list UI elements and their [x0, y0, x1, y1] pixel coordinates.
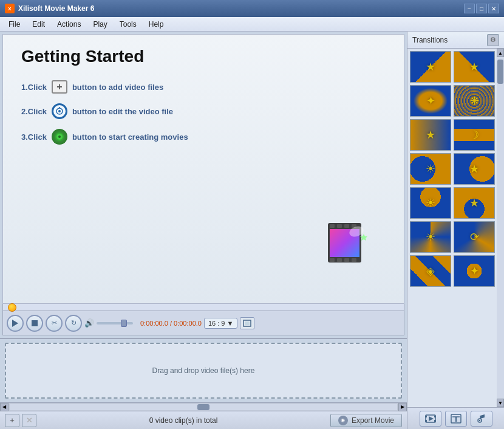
- menu-help[interactable]: Help: [143, 18, 170, 30]
- svg-rect-11: [330, 258, 335, 262]
- menu-play[interactable]: Play: [87, 18, 113, 30]
- svg-rect-21: [245, 321, 250, 325]
- transition-thumb[interactable]: ☀: [410, 221, 451, 253]
- aspect-ratio-value: 16 : 9: [208, 320, 225, 327]
- transition-row: ★ ★: [410, 51, 502, 83]
- transition-row: ☀ ⟳: [410, 221, 502, 253]
- svg-rect-25: [425, 420, 427, 422]
- timeline-drop-zone[interactable]: Drag and drop video file(s) here: [5, 343, 402, 399]
- star-decoration: ★: [469, 60, 479, 74]
- svg-rect-26: [434, 416, 436, 417]
- transition-film-button[interactable]: [420, 411, 441, 427]
- transition-text-button[interactable]: [445, 411, 467, 427]
- transition-row: ★ ☽: [410, 119, 502, 151]
- star-decoration: ⟳: [470, 230, 479, 244]
- step3-num: 3.Click: [21, 132, 47, 142]
- star-decoration: ✦: [426, 94, 435, 108]
- progress-knob[interactable]: [8, 303, 16, 312]
- close-button[interactable]: ✕: [488, 4, 499, 13]
- menu-tools[interactable]: Tools: [114, 18, 143, 30]
- star-decoration: ★: [469, 196, 479, 210]
- svg-rect-12: [337, 258, 342, 262]
- titlebar-left: X Xilisoft Movie Maker 6: [5, 4, 94, 13]
- export-label: Export Movie: [352, 416, 394, 425]
- transition-thumb[interactable]: ❋: [454, 85, 495, 117]
- transition-thumb[interactable]: ★: [410, 51, 451, 83]
- star-decoration: ★: [469, 162, 479, 176]
- chevron-down-icon: ▼: [226, 320, 233, 327]
- drop-text: Drag and drop video file(s) here: [152, 366, 255, 375]
- transition-thumb[interactable]: ✦: [454, 255, 495, 287]
- step3-text: button to start creating movies: [72, 132, 188, 142]
- transition-thumb[interactable]: ☽: [454, 119, 495, 151]
- step-1: 1.Click + button to add video files: [3, 75, 404, 98]
- transition-thumb[interactable]: ★: [454, 153, 495, 185]
- svg-point-1: [58, 110, 61, 112]
- star-decoration: ❋: [470, 94, 479, 108]
- svg-rect-13: [344, 258, 349, 262]
- transition-music-button[interactable]: [471, 411, 492, 427]
- svg-rect-7: [330, 224, 335, 228]
- add-clip-button[interactable]: +: [5, 414, 19, 427]
- transitions-header: Transitions ⚙: [407, 32, 504, 49]
- star-decoration: ☀: [426, 230, 435, 244]
- transition-thumb[interactable]: ✦: [410, 85, 451, 117]
- bottom-left-controls: + ✕: [5, 414, 36, 427]
- scroll-thumb[interactable]: [197, 404, 209, 410]
- volume-knob[interactable]: [121, 320, 127, 327]
- volume-area: 🔊: [84, 318, 133, 328]
- transition-thumb[interactable]: ★: [410, 119, 451, 151]
- progress-bar[interactable]: [2, 304, 404, 311]
- star-decoration: ◈: [426, 264, 435, 278]
- scroll-up-button[interactable]: ▲: [497, 49, 504, 57]
- timeline-area: Drag and drop video file(s) here ◀ ▶: [0, 338, 407, 411]
- play-button[interactable]: [7, 315, 24, 332]
- svg-point-5: [58, 136, 61, 138]
- cut-button[interactable]: ✂: [46, 315, 63, 332]
- transition-thumb[interactable]: ◈: [410, 255, 451, 287]
- scroll-left-button[interactable]: ◀: [0, 403, 9, 411]
- film-reel-decoration: [325, 218, 367, 267]
- star-decoration: ☀: [426, 196, 435, 210]
- transition-thumb[interactable]: ☀: [410, 187, 451, 219]
- menu-actions[interactable]: Actions: [51, 18, 87, 30]
- edit-icon[interactable]: [52, 103, 67, 119]
- titlebar-controls: − □ ✕: [464, 4, 499, 13]
- step-2: 2.Click button to edit the video file: [3, 98, 404, 124]
- scroll-down-button[interactable]: ▼: [497, 399, 504, 407]
- time-display: 0:00:00.0 / 0:00:00.0: [140, 320, 202, 327]
- aspect-ratio-selector[interactable]: 16 : 9 ▼: [204, 318, 237, 329]
- transitions-settings-button[interactable]: ⚙: [487, 34, 499, 46]
- add-icon[interactable]: +: [52, 80, 67, 94]
- v-scroll-track[interactable]: [497, 57, 504, 399]
- app-icon: X: [5, 4, 15, 13]
- delete-clip-button[interactable]: ✕: [22, 414, 36, 427]
- svg-rect-14: [352, 258, 356, 262]
- export-button[interactable]: ◉ Export Movie: [330, 414, 402, 427]
- svg-marker-23: [429, 416, 434, 421]
- maximize-button[interactable]: □: [476, 4, 487, 13]
- menu-file[interactable]: File: [2, 18, 26, 30]
- transitions-title: Transitions: [412, 36, 448, 44]
- rotate-button[interactable]: ↻: [65, 315, 82, 332]
- transition-row: ✦ ❋: [410, 85, 502, 117]
- transition-thumb[interactable]: ★: [454, 187, 495, 219]
- scroll-track[interactable]: [10, 404, 397, 410]
- controls-row: ✂ ↻ 🔊 0:00:00.0 / 0:00:00.0 16 : 9 ▼: [2, 311, 404, 335]
- transition-thumb[interactable]: ⟳: [454, 221, 495, 253]
- transitions-panel: Transitions ⚙ ★ ★ ✦ ❋: [407, 32, 504, 429]
- fullscreen-button[interactable]: [240, 317, 254, 329]
- transitions-list: ★ ★ ✦ ❋ ★ ☽: [407, 49, 504, 407]
- transition-thumb[interactable]: ☀: [410, 153, 451, 185]
- menu-edit[interactable]: Edit: [26, 18, 51, 30]
- transition-row: ☀ ★: [410, 153, 502, 185]
- step2-num: 2.Click: [21, 107, 47, 116]
- create-icon[interactable]: [52, 129, 67, 145]
- volume-slider[interactable]: [97, 322, 133, 324]
- scroll-right-button[interactable]: ▶: [398, 403, 407, 411]
- transition-thumb[interactable]: ★: [454, 51, 495, 83]
- left-panel: Getting Started 1.Click + button to add …: [0, 32, 407, 429]
- minimize-button[interactable]: −: [464, 4, 475, 13]
- v-scroll-thumb[interactable]: [497, 60, 503, 84]
- stop-button[interactable]: [26, 315, 43, 332]
